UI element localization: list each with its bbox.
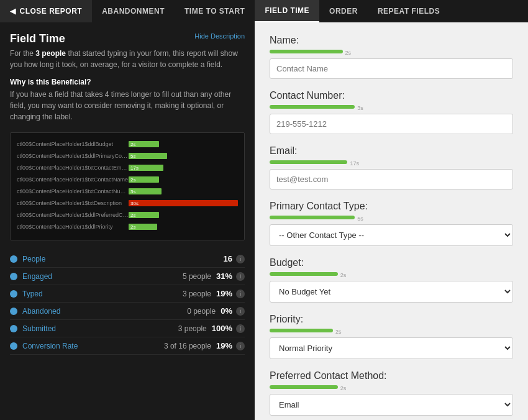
stat-pct-typed: 19% [216,289,232,298]
stat-row-submitted: Submitted 3 people 100% i [10,320,245,337]
chart-bar: 17s [129,165,163,171]
chart-bar: 3s [129,188,162,194]
stat-link-submitted[interactable]: Submitted [22,324,178,333]
right-panel: Name: 2s Contact Number: 3s Email: 17s P… [255,22,528,420]
chart-bar: 5s [129,153,167,159]
chart-bar: 2s [129,176,159,183]
form-group-budget: Budget: 2s No Budget YetUnder $1,000$1,0… [270,257,513,303]
select-preferred-contact-method[interactable]: EmailPhoneTextMail [270,394,513,416]
stat-count-abandoned: 0 people [187,307,216,316]
info-icon-people[interactable]: i [236,255,245,263]
hide-description-link[interactable]: Hide Description [194,32,245,40]
stat-row-typed: Typed 3 people 19% i [10,285,245,303]
why-title: Why is this Beneficial? [10,78,245,86]
tab-repeat-fields[interactable]: REPEAT FIELDS [368,0,450,22]
chart-bar: 2s [129,141,159,147]
info-icon-conversion[interactable]: i [236,342,245,350]
form-group-priority: Priority: 2s Normal PriorityLow Priority… [270,314,513,359]
stat-dot [10,325,17,332]
time-label-preferred-contact-method: 2s [340,385,347,391]
input-name[interactable] [270,58,513,79]
label-budget: Budget: [270,257,513,268]
bar-row-budget: 2s [270,272,513,278]
info-icon-typed[interactable]: i [236,290,245,298]
input-email[interactable] [270,169,513,189]
chart-label: ctl00$ContentPlaceHolder1$txtDescription [17,200,129,206]
info-icon-submitted[interactable]: i [236,324,245,333]
stat-link-abandoned[interactable]: Abandoned [22,307,187,316]
bar-row-preferred-contact-method: 2s [270,385,513,391]
time-label-name: 2s [345,50,352,56]
close-report-button[interactable]: ◀ Close Report [0,0,92,22]
top-nav: ◀ Close Report ABANDONMENT TIME TO START… [0,0,528,22]
stat-link-conversion[interactable]: Conversion Rate [22,342,164,350]
chart-label: ctl00$ContentPlaceHolder1$ddlBudget [17,141,129,147]
input-contact-number[interactable] [270,114,513,134]
bar-row-priority: 2s [270,329,513,335]
time-bar-priority [270,329,333,332]
chart-bar-wrap: 30s [129,200,238,206]
stat-dot [10,308,17,315]
chart-label: ctl00$ContentPlaceHolder1$txtContactEmai… [17,165,129,171]
stat-dot [10,255,17,263]
chart-bar: 2s [129,224,157,230]
form-group-preferred-contact-method: Preferred Contact Method: 2s EmailPhoneT… [270,370,513,416]
chart-label: ctl00$ContentPlaceHolder1$txtContactNumb… [17,188,129,194]
stat-dot [10,290,17,298]
time-label-email: 17s [350,160,359,167]
time-label-contact-number: 3s [357,105,363,111]
tab-field-time[interactable]: FIELD TIME [255,0,319,22]
select-budget[interactable]: No Budget YetUnder $1,000$1,000 - $5,000… [270,281,513,303]
stat-count-typed: 3 people [183,290,211,298]
stat-pct-people: 16 [224,254,232,263]
stat-row-conversion: Conversion Rate 3 of 16 people 19% i [10,337,245,355]
stat-count-submitted: 3 people [178,324,207,333]
bar-row-primary-contact-type: 5s [270,216,513,222]
chart-row: ctl00$ContentPlaceHolder1$txtContactName… [17,175,238,185]
info-icon-abandoned[interactable]: i [236,307,245,316]
chart-bar-wrap: 17s [129,165,238,171]
stat-link-engaged[interactable]: Engaged [22,272,183,281]
bar-row-contact-number: 3s [270,105,513,111]
chart-label: ctl00$ContentPlaceHolder1$ddlPriority [17,224,129,230]
bar-label: 2s [129,212,135,218]
stat-link-people[interactable]: People [22,255,219,263]
stat-dot [10,273,17,280]
bar-label: 5s [129,153,135,159]
time-bar-primary-contact-type [270,216,355,219]
stat-row-abandoned: Abandoned 0 people 0% i [10,303,245,320]
arrow-left-icon: ◀ [10,7,16,16]
label-preferred-contact-method: Preferred Contact Method: [270,370,513,381]
why-text: If you have a field that takes 4 times l… [10,89,245,122]
stat-row-people: People 16 i [10,250,245,268]
select-priority[interactable]: Normal PriorityLow PriorityHigh Priority… [270,337,513,359]
stat-pct-abandoned: 0% [221,306,232,316]
form-group-email: Email: 17s [270,145,513,189]
stat-pct-engaged: 31% [216,272,232,281]
label-contact-number: Contact Number: [270,90,513,101]
stat-link-typed[interactable]: Typed [22,290,183,298]
chart-bar-wrap: 5s [129,153,238,159]
main-layout: Field Time Hide Description For the 3 pe… [0,22,528,420]
info-icon-engaged[interactable]: i [236,272,245,281]
chart-row: ctl00$ContentPlaceHolder1$ddlPrimaryCont… [17,151,238,161]
chart-label: ctl00$ContentPlaceHolder1$txtContactName [17,176,129,183]
label-email: Email: [270,145,513,157]
tab-abandonment[interactable]: ABANDONMENT [92,0,175,22]
tab-time-to-start[interactable]: TIME TO START [175,0,255,22]
bar-label: 3s [129,189,135,194]
chart-bar-wrap: 3s [129,188,238,194]
chart-bar-wrap: 2s [129,224,238,230]
tab-order[interactable]: ORDER [319,0,368,22]
select-primary-contact-type[interactable]: -- Other Contact Type --IndividualBusine… [270,224,513,246]
subtitle: For the 3 people that started typing in … [10,48,245,70]
label-primary-contact-type: Primary Contact Type: [270,201,513,212]
bar-label: 17s [129,165,139,171]
time-bar-email [270,160,347,164]
chart-label: ctl00$ContentPlaceHolder1$ddlPreferredCo… [17,212,129,218]
time-label-primary-contact-type: 5s [357,216,363,222]
form-group-name: Name: 2s [270,35,513,79]
chart-row: ctl00$ContentPlaceHolder1$txtContactNumb… [17,186,238,196]
chart-bar: 30s [129,200,238,206]
bar-row-name: 2s [270,50,513,56]
